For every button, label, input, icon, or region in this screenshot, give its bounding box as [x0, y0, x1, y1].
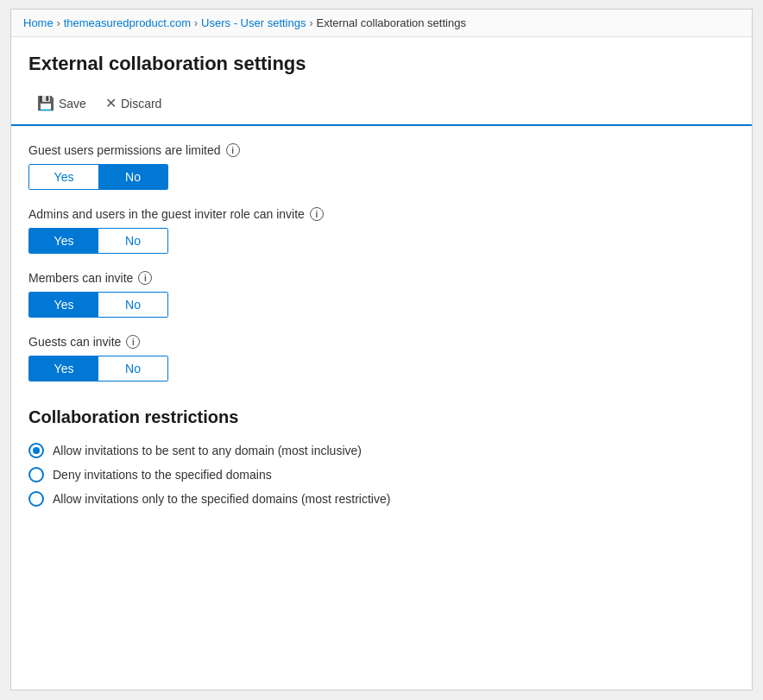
discard-label: Discard: [121, 97, 161, 110]
toggle-guest-permissions: Yes No: [28, 164, 168, 190]
radio-label-any-domain: Allow invitations to be sent to any doma…: [53, 444, 362, 457]
setting-admin-invite: Admins and users in the guest inviter ro…: [28, 207, 735, 254]
breadcrumb-tenant[interactable]: themeasuredproduct.com: [64, 16, 191, 29]
toggle-admin-invite-no[interactable]: No: [98, 229, 167, 253]
setting-label-members-invite: Members can invite i: [28, 271, 735, 285]
discard-icon: ✕: [105, 95, 117, 111]
info-icon-admin-invite[interactable]: i: [310, 207, 324, 221]
radio-item-deny-domains[interactable]: Deny invitations to the specified domain…: [28, 467, 735, 482]
toggle-members-invite: Yes No: [28, 292, 168, 318]
toggle-guests-invite-yes[interactable]: Yes: [29, 356, 98, 381]
radio-circle-any-domain: [28, 443, 44, 458]
setting-members-invite: Members can invite i Yes No: [28, 271, 735, 318]
content: Guest users permissions are limited i Ye…: [11, 126, 752, 524]
page-container: Home › themeasuredproduct.com › Users - …: [10, 9, 753, 691]
toggle-guest-permissions-yes[interactable]: Yes: [29, 165, 98, 189]
breadcrumb-home[interactable]: Home: [23, 16, 54, 29]
toggle-members-invite-yes[interactable]: Yes: [29, 293, 98, 317]
radio-circle-only-specified: [28, 491, 44, 507]
toolbar: 💾 Save ✕ Discard: [11, 84, 752, 126]
setting-label-guests-invite: Guests can invite i: [28, 335, 735, 349]
breadcrumb-sep-1: ›: [57, 17, 60, 29]
page-title: External collaboration settings: [11, 37, 752, 84]
info-icon-members-invite[interactable]: i: [138, 271, 152, 285]
setting-guests-invite: Guests can invite i Yes No: [28, 335, 735, 382]
breadcrumb-users[interactable]: Users - User settings: [201, 16, 306, 29]
breadcrumb: Home › themeasuredproduct.com › Users - …: [11, 9, 752, 37]
radio-item-only-specified[interactable]: Allow invitations only to the specified …: [28, 491, 735, 507]
save-icon: 💾: [37, 95, 54, 111]
toggle-guest-permissions-no[interactable]: No: [98, 165, 167, 189]
save-button[interactable]: 💾 Save: [28, 91, 95, 116]
toggle-guests-invite: Yes No: [28, 356, 168, 382]
setting-guest-permissions: Guest users permissions are limited i Ye…: [28, 143, 735, 190]
toggle-admin-invite-yes[interactable]: Yes: [29, 229, 98, 253]
info-icon-guest-permissions[interactable]: i: [226, 143, 240, 157]
collaboration-restrictions-options: Allow invitations to be sent to any doma…: [28, 443, 735, 507]
discard-button[interactable]: ✕ Discard: [97, 91, 170, 116]
collaboration-restrictions-title: Collaboration restrictions: [28, 407, 735, 427]
save-label: Save: [59, 97, 86, 110]
breadcrumb-sep-2: ›: [194, 17, 198, 29]
info-icon-guests-invite[interactable]: i: [126, 335, 140, 349]
toggle-guests-invite-no[interactable]: No: [98, 356, 167, 381]
breadcrumb-sep-3: ›: [309, 17, 312, 29]
radio-label-only-specified: Allow invitations only to the specified …: [53, 492, 390, 506]
radio-circle-deny-domains: [28, 467, 44, 482]
radio-item-any-domain[interactable]: Allow invitations to be sent to any doma…: [28, 443, 735, 458]
toggle-admin-invite: Yes No: [28, 228, 168, 254]
breadcrumb-current: External collaboration settings: [316, 16, 465, 29]
radio-label-deny-domains: Deny invitations to the specified domain…: [53, 468, 272, 482]
setting-label-admin-invite: Admins and users in the guest inviter ro…: [28, 207, 735, 221]
setting-label-guest-permissions: Guest users permissions are limited i: [28, 143, 735, 157]
toggle-members-invite-no[interactable]: No: [98, 293, 167, 317]
